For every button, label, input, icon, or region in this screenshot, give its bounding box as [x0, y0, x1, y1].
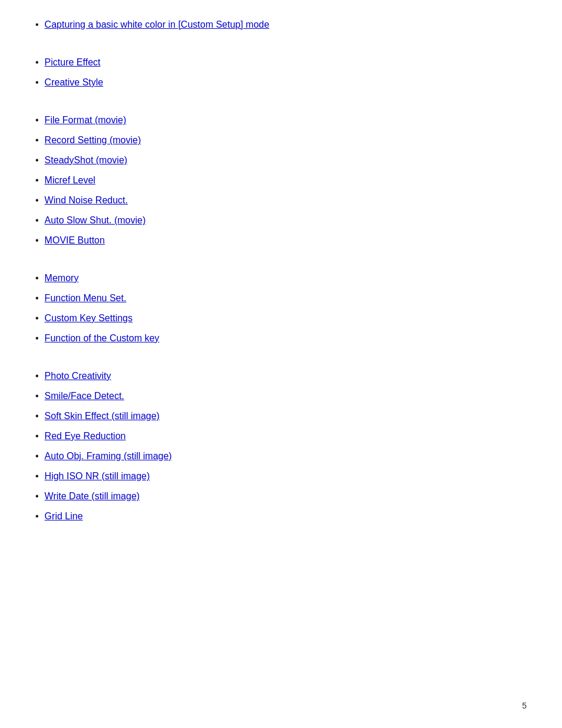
link-file-format-movie[interactable]: File Format (movie) — [45, 113, 127, 127]
link-creative-style[interactable]: Creative Style — [45, 75, 104, 90]
link-capturing-basic-white[interactable]: Capturing a basic white color in [Custom… — [45, 18, 270, 32]
link-function-custom-key[interactable]: Function of the Custom key — [45, 331, 160, 345]
link-picture-effect[interactable]: Picture Effect — [45, 55, 101, 70]
list-item: Picture Effect — [35, 55, 527, 70]
list-item: Record Setting (movie) — [35, 133, 527, 147]
link-red-eye-reduction[interactable]: Red Eye Reduction — [45, 429, 126, 443]
list-picture-effects: Picture Effect Creative Style — [35, 55, 527, 90]
list-item: SteadyShot (movie) — [35, 153, 527, 167]
list-item: MOVIE Button — [35, 233, 527, 248]
section-photo-features: Photo Creativity Smile/Face Detect. Soft… — [35, 369, 527, 523]
section-custom-white: Capturing a basic white color in [Custom… — [35, 18, 527, 32]
list-item: Function Menu Set. — [35, 291, 527, 305]
section-memory-custom: Memory Function Menu Set. Custom Key Set… — [35, 271, 527, 345]
link-soft-skin-effect[interactable]: Soft Skin Effect (still image) — [45, 409, 160, 423]
list-item: Grid Line — [35, 509, 527, 523]
section-movie-settings: File Format (movie) Record Setting (movi… — [35, 113, 527, 248]
list-item: File Format (movie) — [35, 113, 527, 127]
list-item: Auto Slow Shut. (movie) — [35, 213, 527, 228]
list-item: High ISO NR (still image) — [35, 469, 527, 483]
list-item: Photo Creativity — [35, 369, 527, 383]
list-movie-settings: File Format (movie) Record Setting (movi… — [35, 113, 527, 248]
list-item: Custom Key Settings — [35, 311, 527, 325]
link-high-iso-nr[interactable]: High ISO NR (still image) — [45, 469, 150, 483]
page-number: 5 — [522, 701, 527, 710]
link-write-date[interactable]: Write Date (still image) — [45, 489, 140, 503]
link-movie-button[interactable]: MOVIE Button — [45, 233, 105, 248]
list-item: Soft Skin Effect (still image) — [35, 409, 527, 423]
list-item: Memory — [35, 271, 527, 285]
link-memory[interactable]: Memory — [45, 271, 79, 285]
link-custom-key-settings[interactable]: Custom Key Settings — [45, 311, 133, 325]
link-function-menu-set[interactable]: Function Menu Set. — [45, 291, 127, 305]
link-grid-line[interactable]: Grid Line — [45, 509, 83, 523]
list-item: Red Eye Reduction — [35, 429, 527, 443]
list-item: Wind Noise Reduct. — [35, 193, 527, 207]
list-item: Capturing a basic white color in [Custom… — [35, 18, 527, 32]
link-steadyshot-movie[interactable]: SteadyShot (movie) — [45, 153, 128, 167]
list-photo-features: Photo Creativity Smile/Face Detect. Soft… — [35, 369, 527, 523]
link-wind-noise-reduct[interactable]: Wind Noise Reduct. — [45, 193, 128, 207]
link-auto-slow-shut[interactable]: Auto Slow Shut. (movie) — [45, 213, 146, 228]
list-item: Write Date (still image) — [35, 489, 527, 503]
list-item: Function of the Custom key — [35, 331, 527, 345]
link-micref-level[interactable]: Micref Level — [45, 173, 95, 187]
page-content: Capturing a basic white color in [Custom… — [0, 0, 562, 582]
link-photo-creativity[interactable]: Photo Creativity — [45, 369, 111, 383]
list-item: Auto Obj. Framing (still image) — [35, 449, 527, 463]
list-item: Creative Style — [35, 75, 527, 90]
list-item: Micref Level — [35, 173, 527, 187]
list-custom-white: Capturing a basic white color in [Custom… — [35, 18, 527, 32]
link-auto-obj-framing[interactable]: Auto Obj. Framing (still image) — [45, 449, 172, 463]
list-item: Smile/Face Detect. — [35, 389, 527, 403]
section-picture-effects: Picture Effect Creative Style — [35, 55, 527, 90]
link-smile-face-detect[interactable]: Smile/Face Detect. — [45, 389, 124, 403]
list-memory-custom: Memory Function Menu Set. Custom Key Set… — [35, 271, 527, 345]
link-record-setting-movie[interactable]: Record Setting (movie) — [45, 133, 141, 147]
